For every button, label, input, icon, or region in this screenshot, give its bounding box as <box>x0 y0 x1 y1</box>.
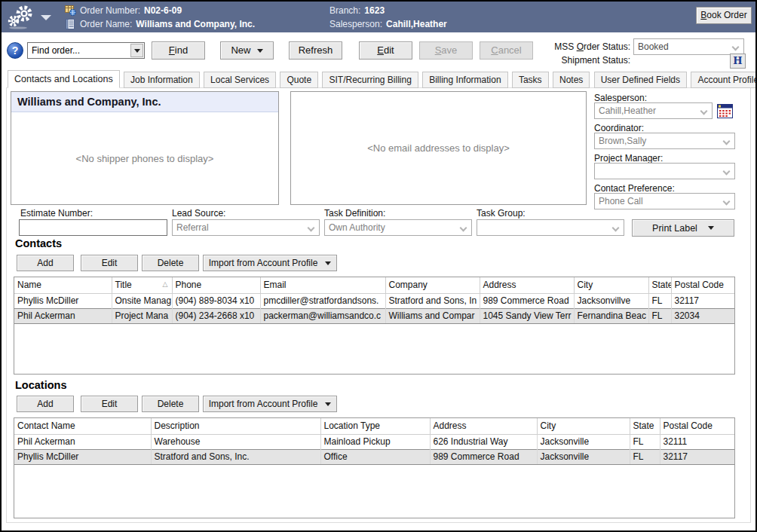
locations-add-button[interactable]: Add <box>17 396 74 412</box>
locations-import-button[interactable]: Import from Account Profile <box>203 396 337 412</box>
chevron-down-icon <box>723 168 731 176</box>
tab-job-information[interactable]: Job Information <box>124 72 200 88</box>
contact-preference-label: Contact Preference: <box>594 183 675 194</box>
shipper-phones-panel: Williams and Company, Inc. <No shipper p… <box>11 91 279 205</box>
column-header[interactable]: Contact Name <box>14 418 151 434</box>
cell: FL <box>630 434 660 449</box>
cell: Jacksonville <box>537 449 630 464</box>
new-dropdown-arrow-icon <box>257 49 263 53</box>
cell: Phyllis McDiller <box>14 293 112 308</box>
lead-source-label: Lead Source: <box>172 208 225 219</box>
tab-user-defined-fields[interactable]: User Defined Fields <box>594 72 687 88</box>
app-menu-chevron-icon[interactable] <box>41 15 51 20</box>
new-button[interactable]: New <box>220 41 274 60</box>
find-order-input[interactable] <box>29 44 130 57</box>
task-group-label: Task Group: <box>477 208 526 219</box>
column-header[interactable]: Title△ <box>112 277 172 293</box>
column-header[interactable]: City <box>537 418 630 434</box>
shipper-phones-empty-text: <No shipper phones to display> <box>11 153 278 164</box>
order-number-label: Order Number: <box>80 4 140 17</box>
column-header[interactable]: Postal Code <box>660 418 734 434</box>
column-header[interactable]: State <box>648 277 671 293</box>
cell: Phil Ackerman <box>14 308 112 323</box>
mss-order-status-select[interactable]: Booked <box>633 38 744 55</box>
find-button[interactable]: Find <box>152 41 205 60</box>
lead-source-select[interactable]: Referral <box>172 219 320 236</box>
find-order-dropdown-button[interactable] <box>130 44 143 57</box>
cell: 989 Commerce Road <box>480 293 574 308</box>
cell: Phyllis McDiller <box>14 449 151 464</box>
print-label-button[interactable]: Print Label <box>632 219 734 237</box>
task-group-select[interactable] <box>477 219 624 236</box>
mss-order-status-label: MSS Order Status: <box>543 41 630 52</box>
project-manager-select[interactable] <box>594 163 735 179</box>
tab-account-profile[interactable]: Account Profile <box>691 72 757 88</box>
titlebar-salesperson-value: Cahill,Heather <box>386 17 447 31</box>
column-header[interactable]: Address <box>480 277 574 293</box>
shipment-status-label: Shipment Status: <box>543 55 630 66</box>
coordinator-select[interactable]: Brown,Sally <box>594 133 735 149</box>
task-definition-label: Task Definition: <box>324 208 385 219</box>
cell: 1045 Sandy View Terr <box>480 308 574 323</box>
locations-grid: Contact Name Description Location Type A… <box>14 417 735 518</box>
contacts-edit-button[interactable]: Edit <box>81 255 138 271</box>
app-gears-icon[interactable] <box>6 5 39 30</box>
column-header[interactable]: Company <box>385 277 480 293</box>
column-header[interactable]: Phone <box>172 277 260 293</box>
location-row-selected[interactable]: Phyllis McDiller Stratford and Sons, Inc… <box>14 449 734 464</box>
save-button[interactable]: Save <box>419 41 473 60</box>
salesperson-select[interactable]: Cahill,Heather <box>594 102 713 119</box>
contacts-add-button[interactable]: Add <box>17 255 74 271</box>
column-header[interactable]: Email <box>260 277 385 293</box>
column-header[interactable]: Location Type <box>320 418 430 434</box>
order-identity: Order Number: N02-6-09 Order Name: Willi… <box>65 4 255 31</box>
cell: Phil Ackerman <box>14 434 151 449</box>
cancel-button[interactable]: Cancel <box>480 41 533 60</box>
tab-billing-information[interactable]: Billing Information <box>422 72 507 88</box>
cell: FL <box>648 308 671 323</box>
tab-quote[interactable]: Quote <box>280 72 318 88</box>
cell: Stratford and Sons, In <box>385 293 480 308</box>
location-row[interactable]: Phil Ackerman Warehouse Mainload Pickup … <box>14 434 734 449</box>
estimate-number-input[interactable] <box>19 219 167 236</box>
contact-row-selected[interactable]: Phil Ackerman Project Mana (904) 234-266… <box>14 308 734 323</box>
import-dropdown-arrow-icon <box>325 402 331 406</box>
chevron-down-icon <box>700 108 708 115</box>
chevron-down-icon <box>723 138 731 145</box>
order-name-icon <box>65 19 76 29</box>
column-header[interactable]: Postal Code <box>671 277 734 293</box>
cell: FL <box>630 449 660 464</box>
contacts-delete-button[interactable]: Delete <box>142 255 199 271</box>
shipment-history-button[interactable]: H <box>730 54 746 69</box>
cell: packerman@williamsandco.c <box>260 308 385 323</box>
locations-edit-button[interactable]: Edit <box>81 396 138 412</box>
column-header[interactable]: State <box>630 418 660 434</box>
tab-local-services[interactable]: Local Services <box>204 72 276 88</box>
salesperson-label: Salesperson: <box>594 93 647 103</box>
contact-row[interactable]: Phyllis McDiller Onsite Manag (904) 889-… <box>14 293 734 308</box>
salesperson-calendar-button[interactable] <box>717 104 733 118</box>
cell: Onsite Manag <box>112 293 172 308</box>
titlebar-salesperson-label: Salesperson: <box>329 17 382 31</box>
edit-button[interactable]: Edit <box>359 41 412 60</box>
tab-contacts-and-locations[interactable]: Contacts and Locations <box>8 70 120 88</box>
task-definition-select[interactable]: Own Authority <box>324 219 472 236</box>
tab-notes[interactable]: Notes <box>553 72 590 88</box>
contacts-import-button[interactable]: Import from Account Profile <box>203 255 337 271</box>
cell: 989 Commerce Road <box>430 449 537 464</box>
dropdown-arrow-icon <box>134 49 140 53</box>
cell: FL <box>648 293 671 308</box>
help-icon[interactable]: ? <box>7 42 23 59</box>
column-header[interactable]: Address <box>430 418 537 434</box>
tab-sit-recurring-billing[interactable]: SIT/Recurring Billing <box>322 72 418 88</box>
book-order-button[interactable]: Book Order <box>696 7 752 24</box>
tab-tasks[interactable]: Tasks <box>512 72 549 88</box>
contact-preference-select[interactable]: Phone Call <box>594 193 735 209</box>
cell: pmcdiller@stratfordandsons. <box>260 293 385 308</box>
locations-delete-button[interactable]: Delete <box>142 396 199 412</box>
column-header[interactable]: City <box>574 277 648 293</box>
cell: 32034 <box>671 308 734 323</box>
column-header[interactable]: Description <box>151 418 320 434</box>
column-header[interactable]: Name <box>14 277 112 293</box>
refresh-button[interactable]: Refresh <box>289 41 342 60</box>
